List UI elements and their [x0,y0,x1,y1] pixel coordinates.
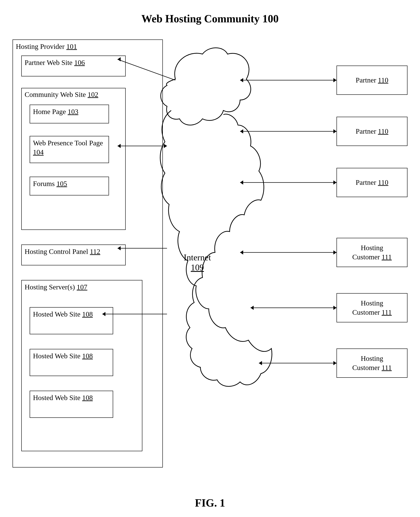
partner-box-3: Partner 110 [337,168,407,197]
svg-marker-14 [240,129,243,133]
partner-box-2: Partner 110 [337,117,407,146]
hosted-web-site-label-2: Hosted Web Site 108 [30,349,113,363]
svg-marker-25 [333,361,337,365]
hosting-customer-box-3: HostingCustomer 111 [337,349,407,378]
web-presence-tool-box: Web Presence Tool Page 104 [30,136,109,163]
hosted-web-site-box-1: Hosted Web Site 108 [30,307,113,334]
hosting-provider-box: Hosting Provider 101 Partner Web Site 10… [13,39,163,468]
forums-box: Forums 105 [30,177,109,195]
web-presence-tool-label: Web Presence Tool Page 104 [30,136,109,159]
hosted-web-site-box-2: Hosted Web Site 108 [30,349,113,376]
svg-marker-17 [240,180,243,185]
svg-marker-22 [333,306,337,310]
svg-marker-16 [333,180,337,185]
internet-label: Internet109 [184,252,211,273]
hosting-control-panel-label: Hosting Control Panel 112 [22,245,125,258]
diagram-area: Hosting Provider 101 Partner Web Site 10… [0,33,420,493]
forums-label: Forums 105 [30,177,109,190]
hosting-servers-label: Hosting Server(s) 107 [22,281,142,294]
partner-label-2: Partner 110 [356,127,388,136]
hosted-web-site-label-3: Hosted Web Site 108 [30,391,113,404]
page-title: Web Hosting Community 100 [0,0,420,33]
hosting-customer-box-1: HostingCustomer 111 [337,238,407,267]
partner-box-1: Partner 110 [337,66,407,95]
svg-marker-13 [333,129,337,133]
partner-label-3: Partner 110 [356,178,388,187]
home-page-label: Home Page 103 [30,105,109,118]
svg-marker-19 [333,250,337,255]
hosting-customer-label-2: HostingCustomer 111 [352,299,392,317]
svg-marker-10 [333,78,337,82]
hosting-customer-box-2: HostingCustomer 111 [337,293,407,322]
hosting-provider-label: Hosting Provider 101 [13,40,162,53]
hosting-customer-label-3: HostingCustomer 111 [352,354,392,372]
svg-marker-23 [250,306,254,310]
hosting-control-panel-box: Hosting Control Panel 112 [21,244,126,265]
community-web-site-label: Community Web Site 102 [22,88,125,101]
hosted-web-site-label-1: Hosted Web Site 108 [30,308,113,321]
partner-label-1: Partner 110 [356,76,388,85]
svg-marker-20 [240,250,243,255]
fig-label: FIG. 1 [0,497,420,509]
hosting-customer-label-1: HostingCustomer 111 [352,243,392,262]
partner-web-site-box: Partner Web Site 106 [21,55,126,76]
svg-marker-11 [240,78,243,82]
hosted-web-site-box-3: Hosted Web Site 108 [30,391,113,418]
home-page-box: Home Page 103 [30,105,109,123]
svg-marker-4 [164,144,167,148]
partner-web-site-label: Partner Web Site 106 [22,56,125,69]
svg-marker-26 [259,361,262,365]
